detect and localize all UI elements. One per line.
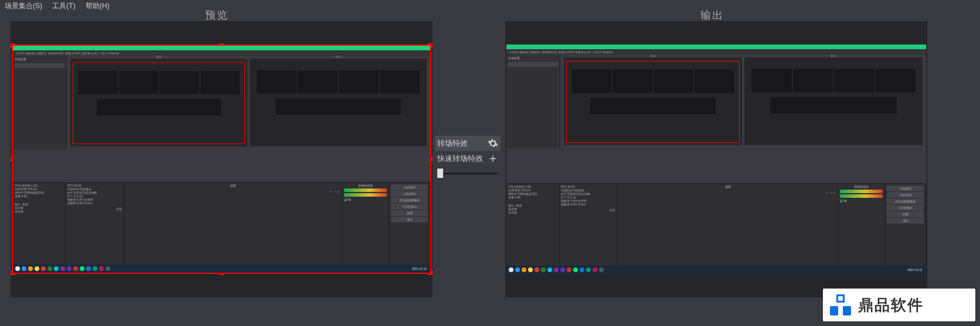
inner-dock-field-out [508, 62, 558, 67]
taskbar-icon [515, 267, 520, 272]
slider-rail [437, 173, 498, 174]
taskbar-icon [86, 266, 91, 271]
inner-mixer-col: 音频混音器 🔊 ⚙ [342, 183, 389, 273]
inner-bottom-dock: CPU 使用率 1.5% 内存使用 575.2% 录制中可用的磁盘空间 录像 0… [13, 182, 430, 273]
inner-views-out: 预览 输出 [563, 57, 924, 145]
taskbar-icon [15, 266, 20, 271]
watermark-text: 鼎品软件 [858, 295, 924, 315]
selection-handle-bl[interactable] [11, 270, 15, 275]
quick-transition-label: 快速转场特效 [437, 153, 483, 164]
inner-stats-col2: FPS 30.00 渲染时长均值/最长 由于渲染延迟错过的帧 0.7 / 2.0… [66, 183, 124, 273]
taskbar-icon [67, 266, 72, 271]
preview-content: 文件(F)编辑(E)视图(V)停靠部件(D)配置文件(P)场景集合(S)工具(T… [13, 46, 430, 273]
inner-titlebar [13, 46, 430, 50]
inner-scenes-col-out: 场景 + − ∧ ∨ [618, 184, 838, 274]
nest-grid2 [571, 70, 734, 93]
taskbar-icon [35, 266, 39, 271]
obs-window: 场景集合(S) 工具(T) 帮助(H) 预览 输出 文件(F)编辑(E)视图(V… [0, 0, 980, 326]
transition-label: 转场特效 [437, 138, 468, 149]
selection-handle-tl[interactable] [11, 43, 15, 48]
taskbar-icon [73, 266, 78, 271]
inner-stats-col-out: CPU 使用率 1.5% 内存使用 575.2% 录制中可用的磁盘空间 录像 0… [506, 184, 559, 274]
inner-stats-col: CPU 使用率 1.5% 内存使用 575.2% 录制中可用的磁盘空间 录像 0… [13, 183, 66, 273]
quick-transition-row: 快速转场特效 [435, 151, 501, 166]
transition-button[interactable]: 转场特效 [435, 136, 501, 151]
inner-output-label: 输出 [335, 55, 341, 59]
selection-handle-tc[interactable] [219, 43, 224, 48]
taskbar-icon [580, 267, 584, 272]
taskbar-icon [41, 266, 46, 271]
taskbar-icon [60, 266, 65, 271]
inner-dock-tab: 多路配置 [13, 56, 66, 62]
nest-grid [78, 71, 240, 94]
inner-mixer-col-out: 音频混音器 🔊 ⚙ [838, 184, 885, 274]
output-surface[interactable]: 文件(F)编辑(E)视图(V)停靠部件(D)配置文件(P)场景集合(S)工具(T… [505, 21, 927, 297]
taskbar-icon [509, 267, 513, 272]
inner-preview-label: 预览 [156, 55, 162, 59]
nest-wide-out [275, 98, 401, 115]
selection-box: 文件(F)编辑(E)视图(V)停靠部件(D)配置文件(P)场景集合(S)工具(T… [12, 44, 431, 274]
taskbar-icon [80, 266, 84, 271]
selection-handle-lc[interactable] [11, 157, 15, 162]
taskbar-icon [554, 267, 559, 272]
selection-handle-rc[interactable] [428, 157, 433, 162]
taskbar-icon [560, 267, 565, 272]
nest-wide2 [590, 98, 716, 114]
taskbar-icon [586, 267, 591, 272]
taskbar-icon [547, 267, 552, 272]
output-title: 输出 [700, 8, 724, 22]
gear-icon[interactable] [488, 138, 498, 149]
inner-menubar: 文件(F)编辑(E)视图(V)停靠部件(D)配置文件(P)场景集合(S)工具(T… [13, 50, 430, 56]
preview-surface[interactable]: 文件(F)编辑(E)视图(V)停靠部件(D)配置文件(P)场景集合(S)工具(T… [11, 21, 433, 297]
taskbar-icon [535, 267, 539, 272]
inner-output-out: 输出 [744, 57, 923, 145]
inner-output: 输出 [250, 59, 427, 146]
transition-panel: 转场特效 快速转场特效 [435, 136, 501, 178]
nest-grid-out [257, 70, 420, 94]
plus-icon[interactable] [488, 153, 498, 164]
inner-preview-out: 预览 [564, 57, 742, 145]
inner-selection-box [73, 62, 245, 144]
selection-handle-tr[interactable] [428, 43, 433, 48]
watermark: 鼎品软件 [823, 289, 975, 321]
nest-wide2-out [770, 97, 897, 114]
taskbar-icon [54, 266, 59, 271]
output-content: 文件(F)编辑(E)视图(V)停靠部件(D)配置文件(P)场景集合(S)工具(T… [506, 44, 926, 274]
menu-help[interactable]: 帮助(H) [86, 2, 110, 10]
inner-body-out: 多路配置 预览 输出 [506, 55, 926, 274]
inner-taskbar-out: 2021-12-11 [506, 266, 926, 274]
taskbar-icon [593, 267, 597, 272]
inner-bottom-dock-out: CPU 使用率 1.5% 内存使用 575.2% 录制中可用的磁盘空间 录像 0… [506, 183, 926, 274]
taskbar-icon [567, 267, 571, 272]
taskbar-icon [22, 266, 26, 271]
selection-handle-br[interactable] [428, 270, 433, 275]
slider-thumb[interactable] [437, 169, 443, 178]
inner-controls-col: 开始推流 开始录制 启动虚拟摄像机 工作室模式 设置 退出 [389, 183, 430, 273]
nest-grid2-out [751, 69, 916, 92]
taskbar-icon [28, 266, 33, 271]
inner-stats-col2-out: FPS 30.00 渲染时长均值/最长 由于渲染延迟错过的帧 0.7 / 2.0… [559, 184, 618, 274]
inner-preview-label-out: 预览 [650, 54, 656, 57]
menu-tools[interactable]: 工具(T) [52, 2, 75, 10]
inner-views: 预览 输出 [69, 59, 428, 146]
taskbar-icon [93, 266, 97, 271]
taskbar-icon [528, 267, 533, 272]
inner-titlebar-out [506, 44, 926, 49]
inner-taskbar: 2021-12-11 [13, 265, 430, 273]
taskbar-icon [573, 267, 578, 272]
menubar: 场景集合(S) 工具(T) 帮助(H) [5, 0, 118, 12]
nest-wide [97, 99, 221, 115]
selection-handle-bc[interactable] [219, 270, 224, 275]
inner-selection-box-out [566, 61, 740, 143]
inner-reset: 重置 [67, 207, 122, 211]
watermark-logo-icon [830, 294, 851, 315]
menu-scenes[interactable]: 场景集合(S) [5, 2, 42, 10]
inner-scenes-col: 场景 + − ∧ ∨ [124, 183, 342, 273]
inner-reset-out: 重置 [561, 208, 615, 212]
transition-duration-slider[interactable] [435, 169, 501, 178]
inner-controls-col-out: 开始推流 开始录制 启动虚拟摄像机 工作室模式 设置 退出 [885, 184, 926, 274]
inner-preview: 预览 [70, 59, 247, 146]
inner-dock-left: 多路配置 [13, 56, 67, 150]
inner-body: 多路配置 预览 输出 [13, 56, 430, 273]
taskbar-icon [99, 266, 104, 271]
